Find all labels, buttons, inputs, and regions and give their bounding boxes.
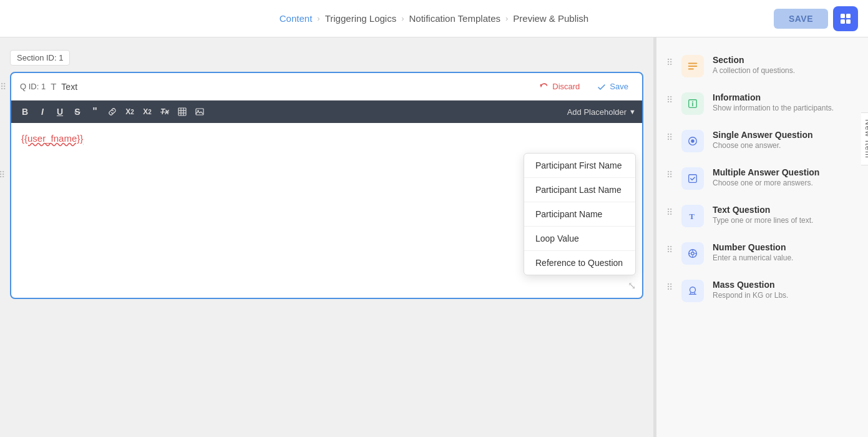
image-button[interactable] [192,106,207,118]
nav-step-preview[interactable]: Preview & Publish [513,13,588,24]
information-desc: Show information to the participants. [713,104,858,112]
dropdown-item-first-name[interactable]: Participant First Name [524,154,635,178]
single-answer-icon [681,130,704,152]
svg-rect-4 [178,108,186,115]
svg-rect-16 [689,175,697,183]
svg-point-13 [692,101,693,102]
dropdown-item-loop-value[interactable]: Loop Value [524,227,635,251]
question-actions: Discard Save [535,79,633,94]
item-drag-number[interactable]: ⠿ [666,242,673,255]
question-header: Q ID: 1 T Text Discard [11,73,642,101]
save-button[interactable]: SAVE [774,9,828,29]
number-question-title: Number Question [713,242,858,252]
section-desc: A collection of questions. [713,66,858,75]
svg-rect-0 [841,14,845,18]
dropdown-item-name[interactable]: Participant Name [524,202,635,227]
information-item-info: Information Show information to the part… [713,92,858,112]
add-placeholder-button[interactable]: Add Placeholder ▼ [567,107,636,117]
svg-rect-1 [846,14,851,18]
nav-step-notification[interactable]: Notification Templates [409,13,500,24]
question-block: ⠿ Q ID: 1 T Text Discard [10,72,643,299]
underline-button[interactable]: U [52,105,67,119]
section-drag-handle[interactable]: ⠿ [0,170,5,180]
top-navigation: Content › Triggering Logics › Notificati… [0,0,868,37]
section-icon [681,55,704,77]
nav-right-actions: SAVE [774,6,858,31]
grid-icon-button[interactable] [833,6,858,31]
section-id-label: Section ID: 1 [10,50,70,66]
svg-rect-3 [846,19,851,24]
quote-button[interactable]: " [87,104,102,119]
chevron-down-icon: ▼ [629,108,636,115]
text-question-icon: T [681,205,704,227]
item-drag-mass[interactable]: ⠿ [666,280,673,292]
italic-button[interactable]: I [35,105,50,119]
clear-format-button[interactable]: Tx [157,106,172,118]
section-title: Section [713,55,858,65]
multiple-answer-title: Multiple Answer Question [713,167,858,177]
nav-arrow-1: › [317,14,319,23]
item-drag-section[interactable]: ⠿ [666,55,673,67]
discard-button[interactable]: Discard [535,79,585,94]
nav-step-content[interactable]: Content [280,13,313,24]
subscript-button[interactable]: X2 [122,106,137,118]
sidebar-items-list: ⠿ Section A collection of questions. ⠿ I… [656,37,868,320]
sidebar-item-section[interactable]: ⠿ Section A collection of questions. [656,47,868,85]
mass-question-title: Mass Question [713,280,858,290]
sidebar-item-single-answer[interactable]: ⠿ Single Answer Question Choose one answ… [656,122,868,160]
question-type-label: Text [61,82,77,92]
main-layout: ⠿ Section ID: 1 ⠿ Q ID: 1 T Text Disc [0,37,868,437]
sidebar-item-information[interactable]: ⠿ Information Show information to the pa… [656,85,868,122]
single-answer-title: Single Answer Question [713,130,858,140]
svg-rect-2 [841,19,845,24]
svg-point-19 [691,252,695,255]
svg-point-15 [691,139,694,142]
svg-point-24 [690,287,696,293]
dropdown-item-reference[interactable]: Reference to Question [524,251,635,275]
mass-question-icon [681,280,704,302]
link-button[interactable] [105,106,120,118]
new-item-tab[interactable]: + New Item [861,112,868,165]
question-id-label: Q ID: 1 [20,82,46,91]
sidebar-item-mass-question[interactable]: ⠿ Mass Question Respond in KG or Lbs. [656,272,868,310]
single-answer-item-info: Single Answer Question Choose one answer… [713,130,858,150]
mass-question-desc: Respond in KG or Lbs. [713,291,858,300]
number-question-icon [681,242,704,265]
bold-button[interactable]: B [17,105,32,119]
multiple-answer-icon [681,167,704,190]
svg-rect-9 [196,109,203,115]
item-drag-multi[interactable]: ⠿ [666,167,673,180]
sidebar-item-number-question[interactable]: ⠿ Number Question Enter a numerical valu… [656,235,868,272]
section-item-info: Section A collection of questions. [713,55,858,75]
superscript-button[interactable]: X2 [140,106,155,118]
strikethrough-button[interactable]: S [70,105,85,119]
sidebar-item-text-question[interactable]: ⠿ T Text Question Type one or more lines… [656,197,868,235]
nav-arrow-2: › [401,14,404,23]
editor-toolbar: B I U S " X2 X2 Tx [11,101,642,123]
text-question-desc: Type one or more lines of text. [713,216,858,225]
svg-text:T: T [690,212,695,221]
right-sidebar: + New Item 🔒 Properties ⠿ Section A coll… [656,37,868,437]
number-question-desc: Enter a numerical value. [713,253,858,262]
number-question-item-info: Number Question Enter a numerical value. [713,242,858,262]
question-save-button[interactable]: Save [592,79,633,94]
resize-handle[interactable]: ⤡ [628,280,636,292]
table-button[interactable] [175,106,190,118]
item-drag-text[interactable]: ⠿ [666,205,673,217]
placeholder-variable: {{user_fname}} [21,133,83,144]
text-question-title: Text Question [713,205,858,215]
text-question-item-info: Text Question Type one or more lines of … [713,205,858,225]
question-drag-handle[interactable]: ⠿ [0,82,6,92]
sidebar-item-multiple-answer[interactable]: ⠿ Multiple Answer Question Choose one or… [656,160,868,197]
dropdown-item-last-name[interactable]: Participant Last Name [524,178,635,202]
information-title: Information [713,92,858,102]
information-icon [681,92,704,115]
mass-question-item-info: Mass Question Respond in KG or Lbs. [713,280,858,300]
multiple-answer-item-info: Multiple Answer Question Choose one or m… [713,167,858,187]
content-area: ⠿ Section ID: 1 ⠿ Q ID: 1 T Text Disc [0,37,653,437]
nav-step-triggering[interactable]: Triggering Logics [325,13,397,24]
editor-content[interactable]: {{user_fname}} Participant First Name Pa… [11,123,642,298]
item-drag-information[interactable]: ⠿ [666,92,673,105]
item-drag-single[interactable]: ⠿ [666,130,673,142]
section-block: ⠿ Section ID: 1 ⠿ Q ID: 1 T Text Disc [10,50,643,299]
